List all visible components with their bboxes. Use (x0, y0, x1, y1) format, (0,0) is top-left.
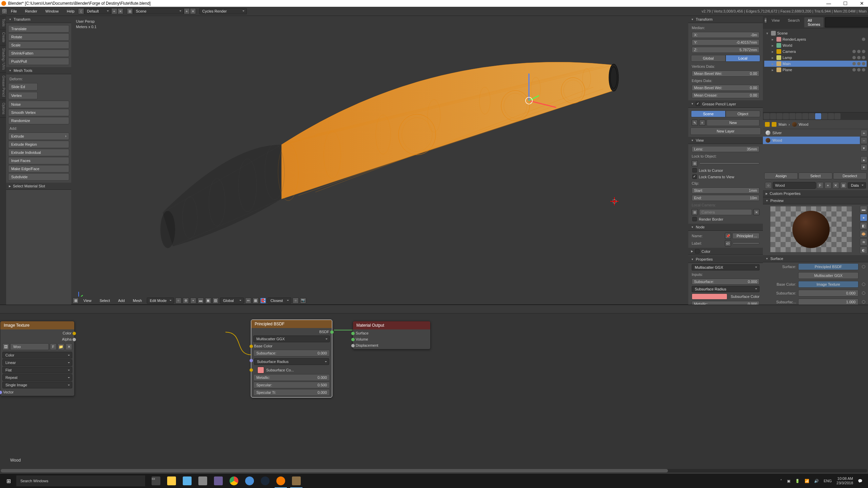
gp-pencil-icon[interactable]: ✎ (692, 120, 698, 126)
preview-hair-icon[interactable]: ≋ (860, 238, 867, 246)
delete-scene-button[interactable]: ✕ (190, 8, 196, 14)
preview-sphere-a-icon[interactable]: ◐ (860, 246, 867, 254)
extrude-button[interactable]: Extrude (8, 133, 69, 140)
node-label-field[interactable] (732, 242, 760, 244)
assign-button[interactable]: Assign (764, 172, 798, 179)
prop-tab-particles[interactable] (828, 113, 834, 119)
basecolor-field[interactable]: Image Texture (798, 281, 859, 288)
layers-icon[interactable]: ▦ (253, 298, 259, 304)
tab-options[interactable]: Options (0, 100, 6, 117)
app3-icon[interactable] (289, 474, 304, 488)
np-view-header[interactable]: View (688, 137, 763, 144)
prop-tab-layers[interactable] (770, 113, 776, 119)
taskbar-clock[interactable]: 10:08 AM23/3/2018 (836, 476, 853, 485)
tab-tools[interactable]: Tools (0, 16, 6, 29)
prop-tab-modifiers[interactable] (802, 113, 808, 119)
np-transform-header[interactable]: Transform (688, 16, 763, 23)
gp-checkbox[interactable] (696, 102, 700, 106)
img-browse-button[interactable]: 🖼 (2, 343, 9, 350)
outliner-item-lamp[interactable]: ▸Lamp (764, 55, 867, 61)
inset-faces-button[interactable]: Inset Faces (8, 157, 69, 164)
mat-fake-user-button[interactable]: F (817, 182, 824, 189)
material-name-field[interactable]: Wood (773, 182, 816, 189)
deselect-button[interactable]: Deselect (833, 172, 867, 179)
mode-dropdown[interactable]: Edit Mode (147, 298, 174, 304)
prop-tab-physics[interactable] (834, 113, 841, 119)
slot-specials-button[interactable]: ▾ (861, 145, 867, 151)
maximize-button[interactable]: ☐ (841, 1, 850, 6)
vp-menu-select[interactable]: Select (96, 297, 114, 304)
principled-specular-field[interactable]: Specular:0.500 (253, 382, 330, 388)
app2-icon[interactable] (242, 474, 257, 488)
extrude-individual-button[interactable]: Extrude Individual (8, 149, 69, 156)
subrad-field-1[interactable]: 1.000 (798, 299, 859, 305)
camera-toggle-icon[interactable] (862, 68, 865, 72)
colorspace-dropdown[interactable]: Color (2, 352, 72, 359)
tab-shading[interactable]: Shading / UVs (0, 45, 6, 73)
node-metallic-field[interactable]: Metallic:0.000 (692, 301, 760, 305)
app1-icon[interactable] (211, 474, 226, 488)
camera-clear-icon[interactable]: ✕ (753, 209, 760, 215)
vp-menu-mesh[interactable]: Mesh (130, 297, 145, 304)
node-subsurface-field[interactable]: Subsurface:0.000 (692, 279, 760, 285)
manipulator-toggle-icon[interactable]: ⇔ (245, 298, 251, 304)
orientation-dropdown[interactable]: Global (220, 298, 244, 304)
tab-grease-pencil[interactable]: Grease Pencil (0, 73, 6, 100)
prop-tab-material[interactable] (815, 113, 821, 119)
select-button[interactable]: Select (798, 172, 832, 179)
preview-flat-icon[interactable]: ▬ (860, 206, 867, 213)
basecolor-input-socket[interactable] (250, 345, 253, 348)
outliner-view-tab[interactable]: View (768, 17, 783, 27)
push-pull-button[interactable]: Push/Pull (8, 58, 69, 65)
minimize-button[interactable]: — (824, 1, 834, 6)
prop-edit-icon[interactable]: ○ (293, 298, 299, 304)
calculator-icon[interactable] (195, 474, 210, 488)
translate-button[interactable]: Translate (8, 25, 69, 33)
clip-start-field[interactable]: Start:1mm (692, 187, 760, 194)
prop-tab-constraints[interactable] (796, 113, 802, 119)
engine-dropdown[interactable]: Cycles Render (199, 8, 247, 14)
subrad-socket-icon[interactable] (862, 300, 865, 304)
steam-icon[interactable] (258, 474, 273, 488)
lock-camera-checkbox[interactable] (692, 175, 697, 179)
dropbox-icon[interactable]: ▣ (787, 479, 790, 483)
add-layout-button[interactable]: + (111, 8, 117, 14)
editor-type-3dview-icon[interactable]: ▦ (73, 298, 79, 304)
render-preview-icon[interactable]: 📷 (300, 298, 306, 304)
pivot-icon[interactable]: ⊕ (183, 298, 189, 304)
limit-selection-icon[interactable]: ▨ (213, 298, 219, 304)
surface-shader-dropdown[interactable]: Principled BSDF (798, 263, 859, 270)
node-subcolor-swatch[interactable] (692, 293, 727, 300)
bsdf-output-socket[interactable] (330, 330, 334, 334)
basecolor-socket-icon[interactable] (862, 283, 865, 286)
snap-toggle-icon[interactable]: 🧲 (260, 298, 266, 304)
task-view-icon[interactable]: ▭ (149, 474, 163, 488)
np-grease-pencil-header[interactable]: Grease Pencil Layer (688, 100, 763, 108)
gp-object-toggle[interactable]: Object (726, 110, 760, 117)
camera-field[interactable]: Camera (699, 209, 752, 215)
custom-properties-header[interactable]: Custom Properties (763, 190, 868, 197)
mat-new-button[interactable]: + (825, 182, 831, 189)
layout-dropdown[interactable]: Default (84, 8, 111, 14)
menu-window[interactable]: Window (42, 8, 62, 15)
mean-bevel-weight-edge-field[interactable]: Mean Bevel Wei:0.00 (692, 85, 760, 91)
surface-socket-icon[interactable] (862, 265, 865, 268)
img-unlink-button[interactable]: ✕ (65, 343, 72, 350)
mat-link-dropdown[interactable]: Data (848, 182, 866, 188)
local-toggle[interactable]: Local (726, 55, 760, 62)
subsurface-socket-icon[interactable] (862, 291, 865, 295)
smooth-vertex-button[interactable]: Smooth Vertex (8, 109, 69, 116)
prop-tab-texture[interactable] (822, 113, 828, 119)
cursor-toggle-icon[interactable] (857, 68, 861, 72)
vertex-button[interactable]: Vertex (8, 92, 38, 99)
prop-tab-object[interactable] (789, 113, 795, 119)
preview-monkey-icon[interactable]: 🐵 (860, 230, 867, 238)
vp-menu-add[interactable]: Add (115, 297, 128, 304)
mean-crease-field[interactable]: Mean Crease:0.00 (692, 92, 760, 98)
node-color-subheader[interactable]: Color (688, 248, 763, 255)
lock-cursor-checkbox[interactable] (692, 168, 697, 172)
gp-new-button[interactable]: New (707, 119, 760, 126)
prop-tab-render[interactable] (764, 113, 770, 119)
subsurface-field[interactable]: 0.000 (798, 290, 859, 297)
search-windows-input[interactable]: Search Windows (16, 475, 145, 486)
